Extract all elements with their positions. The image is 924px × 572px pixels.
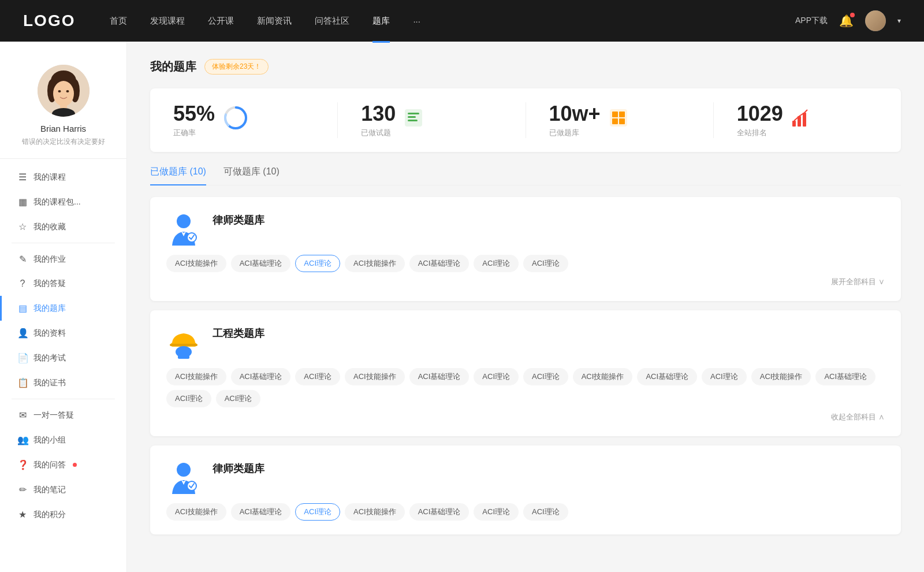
svg-rect-20 [619,118,625,124]
nav-questionbank[interactable]: 题库 [372,16,390,27]
nav-home[interactable]: 首页 [110,16,127,27]
qbank-tags-lawyer2: ACI技能操作 ACI基础理论 ACI理论 ACI技能操作 ACI基础理论 AC… [166,503,885,521]
svg-point-5 [58,90,61,92]
stat-ranking-label: 全站排名 [737,128,783,138]
sidebar-label-1on1: 一对一答疑 [33,410,74,421]
certificate-icon: 📋 [17,377,28,388]
homework-icon: ✎ [17,254,28,265]
avatar-image [38,65,90,117]
sidebar-item-my-qa[interactable]: ❓ 我的问答 [0,452,126,477]
tag-eng1-5[interactable]: ACI理论 [474,368,519,385]
tag-eng1-6[interactable]: ACI理论 [523,368,568,385]
sidebar-menu: ☰ 我的课程 ▦ 我的课程包... ☆ 我的收藏 ✎ 我的作业 ? 我的答疑 ▤ [0,165,126,527]
tag-eng1-12[interactable]: ACI理论 [166,390,211,407]
qbank-tags-engineer1: ACI技能操作 ACI基础理论 ACI理论 ACI技能操作 ACI基础理论 AC… [166,368,885,407]
tag-lawyer2-0[interactable]: ACI技能操作 [166,503,226,521]
user-profile: Brian Harris 错误的决定比没有决定要好 [0,59,126,159]
svg-rect-19 [612,118,618,124]
user-motto: 错误的决定比没有决定要好 [22,137,105,147]
tag-lawyer1-5[interactable]: ACI理论 [474,255,519,272]
tag-lawyer2-2[interactable]: ACI理论 [295,503,340,521]
sidebar-label-favorites: 我的收藏 [33,222,66,232]
logo[interactable]: LOGO [23,12,75,30]
tag-lawyer2-5[interactable]: ACI理论 [474,503,519,521]
svg-rect-27 [170,344,198,346]
tab-available-banks[interactable]: 可做题库 (10) [223,166,280,185]
tag-eng1-2[interactable]: ACI理论 [295,368,340,385]
tag-eng1-13[interactable]: ACI理论 [216,390,261,407]
sidebar-label-group: 我的小组 [33,435,66,445]
tag-eng1-1[interactable]: ACI基础理论 [231,368,291,385]
sidebar-item-profile[interactable]: 👤 我的资料 [0,321,126,346]
svg-rect-29 [178,355,189,359]
sidebar-label-my-qa: 我的问答 [33,460,66,470]
tag-lawyer1-1[interactable]: ACI基础理论 [231,255,291,272]
svg-rect-23 [803,113,806,127]
tag-eng1-4[interactable]: ACI基础理论 [409,368,470,385]
tag-eng1-8[interactable]: ACI基础理论 [637,368,697,385]
tab-done-banks[interactable]: 已做题库 (10) [150,166,206,185]
svg-point-30 [177,463,191,477]
nav-more[interactable]: ··· [413,16,420,26]
nav-open-course[interactable]: 公开课 [208,16,234,27]
main-container: Brian Harris 错误的决定比没有决定要好 ☰ 我的课程 ▦ 我的课程包… [0,42,924,572]
collapse-link-engineer1[interactable]: 收起全部科目 ∧ [166,412,885,422]
tag-lawyer2-6[interactable]: ACI理论 [523,503,568,521]
nav-discover[interactable]: 发现课程 [150,16,185,27]
nav-qa[interactable]: 问答社区 [315,16,349,27]
tag-lawyer1-3[interactable]: ACI技能操作 [345,255,405,272]
tag-eng1-3[interactable]: ACI技能操作 [345,368,405,385]
profile-icon: 👤 [17,328,28,339]
sidebar-item-exam[interactable]: 📄 我的考试 [0,346,126,370]
tag-eng1-10[interactable]: ACI技能操作 [751,368,811,385]
sidebar-item-qa[interactable]: ? 我的答疑 [0,272,126,296]
user-dropdown-icon[interactable]: ▾ [897,17,901,25]
tag-eng1-11[interactable]: ACI基础理论 [815,368,875,385]
sidebar-item-group[interactable]: 👥 我的小组 [0,428,126,452]
tag-lawyer1-4[interactable]: ACI基础理论 [409,255,470,272]
qbank-tags-lawyer1: ACI技能操作 ACI基础理论 ACI理论 ACI技能操作 ACI基础理论 AC… [166,255,885,272]
tag-eng1-7[interactable]: ACI技能操作 [573,368,633,385]
sidebar-item-favorites[interactable]: ☆ 我的收藏 [0,214,126,239]
stat-accuracy-text: 55% 正确率 [173,102,215,138]
user-avatar[interactable] [865,10,886,31]
sidebar-label-question-bank: 我的题库 [33,303,66,314]
tag-lawyer1-2[interactable]: ACI理论 [295,255,340,272]
qbank-header-engineer1: 工程类题库 [166,324,885,359]
stat-accuracy-label: 正确率 [173,128,215,138]
notification-bell-icon[interactable]: 🔔 [839,14,854,28]
header-right: APP下载 🔔 ▾ [795,10,901,31]
sidebar-item-course-package[interactable]: ▦ 我的课程包... [0,190,126,214]
sidebar-item-certificate[interactable]: 📋 我的证书 [0,370,126,395]
svg-rect-14 [408,116,416,118]
expand-link-lawyer1[interactable]: 展开全部科目 ∨ [166,277,885,287]
tag-lawyer2-3[interactable]: ACI技能操作 [345,503,405,521]
sidebar-label-course-package: 我的课程包... [33,197,81,207]
sidebar-item-question-bank[interactable]: ▤ 我的题库 [0,296,126,321]
app-download-link[interactable]: APP下载 [795,16,828,26]
tag-lawyer2-1[interactable]: ACI基础理论 [231,503,291,521]
tag-lawyer1-0[interactable]: ACI技能操作 [166,255,226,272]
sidebar-item-notes[interactable]: ✏ 我的笔记 [0,477,126,502]
trial-badge: 体验剩余23天！ [204,59,269,75]
sidebar-item-1on1[interactable]: ✉ 一对一答疑 [0,403,126,428]
tag-lawyer2-4[interactable]: ACI基础理论 [409,503,470,521]
svg-point-6 [66,90,69,92]
sidebar-label-my-course: 我的课程 [33,172,66,183]
qbank-header-lawyer1: 律师类题库 [166,211,885,246]
sidebar-item-my-course[interactable]: ☰ 我的课程 [0,165,126,190]
qbank-header-lawyer2: 律师类题库 [166,459,885,494]
page-header: 我的题库 体验剩余23天！ [150,59,901,75]
sidebar-item-homework[interactable]: ✎ 我的作业 [0,247,126,272]
main-header: LOGO 首页 发现课程 公开课 新闻资讯 问答社区 题库 ··· APP下载 … [0,0,924,42]
qbank-card-engineer1: 工程类题库 ACI技能操作 ACI基础理论 ACI理论 ACI技能操作 ACI基… [150,310,901,436]
sidebar-item-points[interactable]: ★ 我的积分 [0,502,126,527]
tag-lawyer1-6[interactable]: ACI理论 [523,255,568,272]
stat-banks-text: 10w+ 已做题库 [549,102,601,138]
tag-eng1-0[interactable]: ACI技能操作 [166,368,226,385]
lawyer-bank-icon [166,211,201,246]
nav-news[interactable]: 新闻资讯 [257,16,292,27]
tag-eng1-9[interactable]: ACI理论 [702,368,747,385]
exam-icon: 📄 [17,352,28,363]
stat-done-banks: 10w+ 已做题库 [526,102,714,138]
